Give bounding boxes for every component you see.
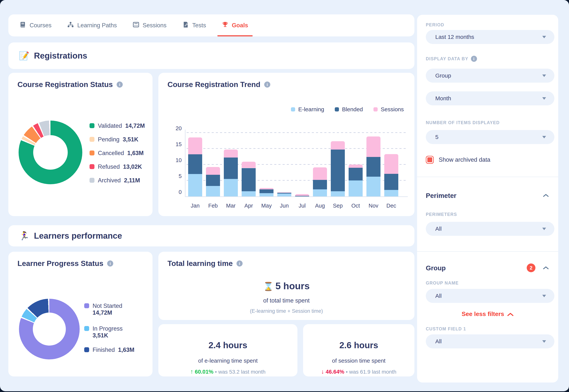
book-icon bbox=[20, 21, 26, 29]
perimeters-select[interactable]: All bbox=[426, 222, 555, 236]
trend-legend-e-learning[interactable]: E-learning bbox=[291, 106, 324, 112]
legend-item-archived[interactable]: Archived 2,11M bbox=[89, 177, 140, 184]
bar-jan[interactable] bbox=[188, 138, 202, 196]
arrow-up-icon: ↑ bbox=[190, 368, 193, 375]
status-card-title: Course Registration Status bbox=[17, 80, 113, 89]
session-hours-value: 2.6 hours bbox=[303, 340, 414, 350]
registration-status-donut-chart bbox=[19, 121, 82, 184]
legend-swatch bbox=[291, 107, 295, 112]
x-axis-label-mar: Mar bbox=[222, 203, 240, 209]
display-data-by-select[interactable]: Group bbox=[426, 69, 555, 83]
custom-field-1-select[interactable]: All bbox=[426, 334, 555, 348]
group-collapse-button[interactable] bbox=[543, 266, 549, 269]
learners-section-title: Learners performance bbox=[34, 231, 122, 240]
bar-segment-e-learning bbox=[242, 191, 256, 196]
tab-learning-paths[interactable]: Learning Paths bbox=[67, 14, 117, 36]
course-registration-status-card: Course Registration Status i Validated 1… bbox=[8, 73, 153, 216]
trend-legend-blended[interactable]: Blended bbox=[335, 106, 363, 112]
legend-item-pending[interactable]: Pending 3,51K bbox=[89, 136, 139, 143]
period-select[interactable]: Last 12 months bbox=[426, 30, 555, 44]
legend-item-finished[interactable]: Finished 1,63M bbox=[84, 347, 134, 353]
bar-segment-e-learning bbox=[367, 177, 381, 196]
session-delta-context: • was 61.9 last month bbox=[346, 369, 396, 375]
info-icon[interactable]: i bbox=[471, 56, 477, 62]
chevron-down-icon bbox=[542, 74, 546, 77]
show-archived-checkbox[interactable] bbox=[426, 156, 434, 164]
display-data-by-label: DISPLAY DATA BY i bbox=[426, 56, 477, 62]
course-registration-trend-card: Course Registration Trend i E-learningBl… bbox=[158, 73, 414, 216]
chevron-up-icon bbox=[507, 313, 514, 316]
bar-segment-e-learning bbox=[206, 186, 220, 196]
legend-item-validated[interactable]: Validated 14,72M bbox=[89, 123, 145, 129]
bar-jul[interactable] bbox=[295, 194, 309, 196]
bar-may[interactable] bbox=[259, 188, 273, 196]
legend-swatch bbox=[373, 107, 378, 112]
group-name-select[interactable]: All bbox=[426, 289, 555, 303]
divider bbox=[417, 251, 558, 252]
tab-courses[interactable]: Courses bbox=[20, 14, 51, 36]
display-granularity-select[interactable]: Month bbox=[426, 91, 555, 105]
bar-segment-blended bbox=[188, 154, 202, 174]
show-archived-row[interactable]: Show archived data bbox=[426, 156, 490, 164]
bar-nov[interactable] bbox=[367, 137, 381, 196]
see-less-filters-button[interactable]: See less filters bbox=[417, 310, 558, 318]
bar-sep[interactable] bbox=[331, 141, 345, 196]
tab-sessions[interactable]: Sessions bbox=[133, 14, 167, 36]
y-axis-tick-label: 5 bbox=[167, 173, 182, 179]
bar-segment-sessions bbox=[277, 192, 291, 193]
info-icon[interactable]: i bbox=[237, 260, 242, 266]
bar-segment-blended bbox=[224, 157, 238, 179]
legend-swatch bbox=[335, 107, 339, 112]
donut-hole bbox=[33, 135, 68, 170]
memo-emoji-icon: 📝 bbox=[19, 51, 29, 61]
perimeter-collapse-button[interactable] bbox=[543, 194, 549, 197]
board-icon bbox=[133, 21, 139, 29]
bar-apr[interactable] bbox=[242, 162, 256, 196]
bar-segment-sessions bbox=[259, 188, 273, 189]
tab-label: Sessions bbox=[143, 22, 167, 29]
legend-item-refused[interactable]: Refused 13,02K bbox=[89, 163, 142, 170]
info-icon[interactable]: i bbox=[117, 82, 123, 88]
trend-legend-sessions[interactable]: Sessions bbox=[373, 106, 404, 112]
bar-segment-sessions bbox=[313, 167, 327, 180]
items-displayed-select[interactable]: 5 bbox=[426, 130, 555, 144]
legend-swatch bbox=[84, 347, 89, 352]
elearning-delta-context: • was 53.2 last month bbox=[215, 369, 266, 375]
bar-dec[interactable] bbox=[384, 154, 398, 196]
bar-segment-blended bbox=[242, 168, 256, 191]
group-filter-count-badge: 2 bbox=[527, 264, 535, 272]
bar-jun[interactable] bbox=[277, 192, 291, 196]
trend-card-title: Course Registration Trend bbox=[168, 80, 260, 89]
items-displayed-label: NUMBER OF ITEMS DISPLAYED bbox=[426, 120, 499, 125]
bar-segment-blended bbox=[331, 150, 345, 191]
session-time-stat-card: 2.6 hours of session time spent ↓ 46.64%… bbox=[303, 324, 414, 377]
group-name-label: GROUP NAME bbox=[426, 280, 459, 286]
chevron-down-icon bbox=[542, 97, 546, 100]
perimeters-label: PERIMETERS bbox=[426, 212, 457, 217]
chevron-up-icon bbox=[543, 194, 549, 197]
bar-aug[interactable] bbox=[313, 167, 327, 196]
bar-feb[interactable] bbox=[206, 167, 220, 196]
chevron-down-icon bbox=[542, 36, 546, 38]
legend-swatch bbox=[89, 178, 94, 183]
legend-item-in-progress[interactable]: In Progress3,51K bbox=[84, 325, 123, 339]
y-axis-tick-label: 20 bbox=[167, 125, 182, 132]
x-axis-label-oct: Oct bbox=[347, 203, 365, 209]
divider bbox=[417, 177, 558, 177]
bar-segment-e-learning bbox=[188, 174, 202, 196]
bar-segment-blended bbox=[367, 157, 381, 177]
info-icon[interactable]: i bbox=[107, 260, 113, 266]
bar-mar[interactable] bbox=[224, 150, 238, 196]
trend-chart-legend: E-learningBlendedSessions bbox=[291, 106, 404, 112]
legend-swatch bbox=[89, 164, 94, 169]
tab-goals[interactable]: Goals bbox=[222, 14, 248, 36]
dashboard-page: CoursesLearning PathsSessionsTestsGoals … bbox=[0, 0, 569, 391]
legend-item-cancelled[interactable]: Cancelled 1,63M bbox=[89, 150, 143, 156]
tab-tests[interactable]: Tests bbox=[183, 14, 206, 36]
bar-oct[interactable] bbox=[349, 165, 363, 196]
legend-item-not-started[interactable]: Not Started14,72M bbox=[84, 303, 122, 316]
bar-segment-blended bbox=[295, 196, 309, 196]
tab-label: Learning Paths bbox=[77, 22, 117, 29]
info-icon[interactable]: i bbox=[264, 82, 270, 88]
runner-emoji-icon: 🏃‍♀️ bbox=[19, 231, 29, 241]
